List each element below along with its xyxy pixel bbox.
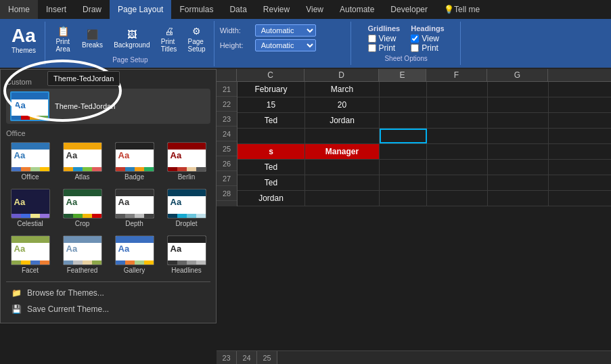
cell-g27[interactable] <box>488 175 549 190</box>
ribbon-bar: Aa Themes 📋 PrintArea ⬛ Breaks 🖼 Backgro… <box>0 19 611 68</box>
tab-tell-me[interactable]: 💡 Tell me <box>436 0 488 19</box>
theme-ted-jordan-label: Theme-TedJordan <box>55 102 115 110</box>
cell-g21[interactable] <box>488 82 549 97</box>
cell-f26[interactable] <box>427 160 488 175</box>
cell-c24[interactable] <box>237 129 305 143</box>
background-button[interactable]: 🖼 Background <box>110 27 154 51</box>
spreadsheet-body: 21 22 23 24 25 26 27 28 February March 1… <box>217 82 611 206</box>
tab-insert[interactable]: Insert <box>38 0 74 19</box>
cell-d24[interactable] <box>305 129 380 143</box>
page-setup-button[interactable]: ⚙ PageSetup <box>184 24 210 55</box>
theme-crop[interactable]: Aa Crop <box>58 187 106 229</box>
themes-icon: Aa <box>12 26 36 45</box>
theme-facet[interactable]: Aa Facet <box>6 233 54 276</box>
theme-berlin[interactable]: Aa Berlin <box>162 140 210 183</box>
cell-f24[interactable] <box>427 129 488 143</box>
print-titles-button[interactable]: 🖨 PrintTitles <box>157 24 181 55</box>
width-label: Width: <box>220 26 251 35</box>
headings-print-checkbox[interactable] <box>411 44 419 52</box>
office-section-label: Office <box>6 129 210 137</box>
theme-badge-label: Badge <box>125 173 144 181</box>
tab-draw[interactable]: Draw <box>74 0 110 19</box>
tab-view[interactable]: View <box>298 0 332 19</box>
save-theme-label: Save Current Theme... <box>27 304 109 314</box>
print-area-button[interactable]: 📋 PrintArea <box>51 24 75 55</box>
gridlines-print-checkbox[interactable] <box>368 44 376 52</box>
browse-icon: 📁 <box>12 288 22 298</box>
row-num-24-bottom: 24 <box>237 351 257 364</box>
cell-c21[interactable]: February <box>237 82 305 97</box>
cell-e24[interactable] <box>380 129 427 143</box>
cell-d23[interactable]: Jordan <box>305 113 380 128</box>
theme-ted-jordan[interactable]: Aa Theme-TedJordan <box>6 89 210 124</box>
theme-droplet[interactable]: Aa Droplet <box>162 187 210 229</box>
cell-d22[interactable]: 20 <box>305 97 380 112</box>
theme-badge[interactable]: Aa Badge <box>110 140 158 183</box>
tab-developer[interactable]: Developer <box>382 0 436 19</box>
cell-c25-header[interactable]: s <box>237 144 305 159</box>
gridlines-view-checkbox[interactable] <box>368 35 376 43</box>
theme-headlines[interactable]: Aa Headlines <box>162 233 210 276</box>
tab-page-layout[interactable]: Page Layout <box>110 0 171 19</box>
theme-atlas[interactable]: Aa Atlas <box>58 140 106 183</box>
cell-c23[interactable]: Ted <box>237 113 305 128</box>
cell-g24[interactable] <box>488 129 549 143</box>
theme-headlines-label: Headlines <box>171 267 201 274</box>
cell-e21[interactable] <box>380 82 427 97</box>
cell-d28[interactable] <box>305 191 380 206</box>
cell-g28[interactable] <box>488 191 549 206</box>
cell-g25[interactable] <box>488 144 549 159</box>
theme-office[interactable]: Aa Office <box>6 140 54 183</box>
background-icon: 🖼 <box>127 29 137 40</box>
cell-g26[interactable] <box>488 160 549 175</box>
width-select[interactable]: Automatic <box>255 24 316 37</box>
cells-area: February March 15 20 Ted Jordan <box>237 82 611 206</box>
tab-review[interactable]: Review <box>255 0 298 19</box>
cell-e22[interactable] <box>380 97 427 112</box>
theme-gallery[interactable]: Aa Gallery <box>110 233 158 276</box>
cell-f22[interactable] <box>427 97 488 112</box>
height-select[interactable]: Automatic <box>255 39 316 51</box>
theme-depth[interactable]: Aa Depth <box>110 187 158 229</box>
theme-facet-label: Facet <box>22 267 39 274</box>
tab-home[interactable]: Home <box>0 0 38 19</box>
cell-d27[interactable] <box>305 175 380 190</box>
theme-feathered-label: Feathered <box>67 267 98 274</box>
cell-g22[interactable] <box>488 97 549 112</box>
theme-tooltip: Theme-TedJordan <box>47 71 120 86</box>
theme-feathered[interactable]: Aa Feathered <box>58 233 106 276</box>
headings-print-label: Print <box>422 43 438 53</box>
cell-d26[interactable] <box>305 160 380 175</box>
cell-g23[interactable] <box>488 113 549 128</box>
column-headers: C D E F G <box>217 69 611 82</box>
cell-c27[interactable]: Ted <box>237 175 305 190</box>
breaks-button[interactable]: ⬛ Breaks <box>78 27 107 51</box>
cell-d25-manager[interactable]: Manager <box>305 144 380 159</box>
cell-e28[interactable] <box>380 191 427 206</box>
cell-c22[interactable]: 15 <box>237 97 305 112</box>
cell-f28[interactable] <box>427 191 488 206</box>
save-theme-button[interactable]: 💾 Save Current Theme... <box>6 301 210 317</box>
cell-e26[interactable] <box>380 160 427 175</box>
cell-c28[interactable]: Jordan <box>237 191 305 206</box>
scale-group: Width: Automatic Height: Automatic <box>216 22 351 65</box>
theme-gallery-label: Gallery <box>124 267 145 274</box>
cell-f25[interactable] <box>427 144 488 159</box>
cell-e27[interactable] <box>380 175 427 190</box>
cell-c26[interactable]: Ted <box>237 160 305 175</box>
cell-d21[interactable]: March <box>305 82 380 97</box>
cell-f23[interactable] <box>427 113 488 128</box>
headings-view-checkbox[interactable] <box>411 35 419 43</box>
tab-automate[interactable]: Automate <box>332 0 382 19</box>
tab-formulas[interactable]: Formulas <box>171 0 221 19</box>
browse-themes-button[interactable]: 📁 Browse for Themes... <box>6 285 210 301</box>
cell-f27[interactable] <box>427 175 488 190</box>
gridlines-header: Gridlines <box>368 24 401 32</box>
tab-data[interactable]: Data <box>221 0 254 19</box>
cell-e23[interactable] <box>380 113 427 128</box>
table-row: Jordan <box>237 191 611 206</box>
theme-celestial[interactable]: Aa Celestial <box>6 187 54 229</box>
cell-f21[interactable] <box>427 82 488 97</box>
cell-e25[interactable] <box>380 144 427 159</box>
themes-button[interactable]: Aa Themes <box>7 24 41 56</box>
